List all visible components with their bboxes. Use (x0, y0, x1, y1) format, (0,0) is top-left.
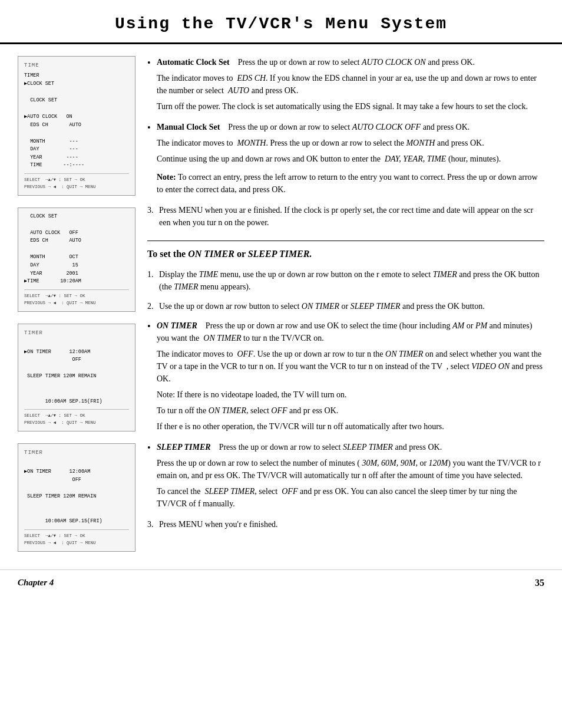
page-number: 35 (535, 576, 544, 590)
screen1-time: TIME --:---- (24, 162, 129, 170)
on-timer-para3: To tur n off the ON TIMER, select OFF an… (157, 404, 544, 417)
screen2-footer: SELECT →▲/▼ : SET → OK PREVIOUS → ◀ : QU… (24, 289, 129, 307)
screen2-edsch: EDS CH AUTO (24, 237, 129, 245)
on-timer-para1: Press the up or down ar row and use OK t… (157, 321, 532, 342)
section-heading-text: To set the ON TIMER or SLEEP TIMER. (147, 249, 312, 259)
auto-clock-para3: Turn off the power. The clock is set aut… (157, 100, 544, 113)
timer-final-step: 3. Press MENU when you'r e finished. (147, 518, 544, 531)
right-column: Automatic Clock Set Press the up or down… (147, 56, 544, 552)
timer-step-1: 1. Display the TIME menu, use the up or … (147, 268, 544, 293)
screen4-footer: SELECT →▲/▼ : SET → OK PREVIOUS → ◀ : QU… (24, 529, 129, 546)
timer-final-step-num: 3. (147, 518, 154, 531)
screen3-title: TIMER (24, 329, 129, 337)
screen1-day: DAY --- (24, 146, 129, 154)
page-title: Using the TV/VCR's Menu System (24, 12, 538, 37)
sleep-timer-para3: To cancel the SLEEP TIMER, select OFF an… (157, 485, 544, 510)
timer-final-step-text: Press MENU when you'r e finished. (159, 520, 278, 529)
screen1-autoclk: ▶AUTO CLOCK ON (24, 113, 129, 121)
screen3-ontimer: ▶ON TIMER 12:00AM (24, 348, 129, 357)
screen1-month: MONTH --- (24, 138, 129, 146)
manual-clock-para1: Press the up or down ar row to select AU… (228, 123, 470, 131)
on-timer-para4: If ther e is no other operation, the TV/… (157, 420, 544, 433)
on-timer-label: ON TIMER (157, 321, 197, 330)
screen-box-3: TIMER ▶ON TIMER 12:00AM OFF SLEEP TIMER … (18, 324, 135, 431)
screen2-month: MONTH OCT (24, 253, 129, 262)
section-heading-timer: To set the ON TIMER or SLEEP TIMER. (147, 241, 544, 261)
on-timer-note: Note: If there is no videotape loaded, t… (157, 388, 544, 401)
screen1-clockset: ▶CLOCK SET (24, 80, 129, 88)
screen-box-4: TIMER ▶ON TIMER 12:00AM OFF SLEEP TIMER … (18, 443, 135, 551)
manual-clock-para3: Continue using the up and down ar rows a… (157, 153, 544, 165)
sleep-timer-para2: Press the up or down ar row to select th… (157, 457, 544, 482)
screen2-autoclk: AUTO CLOCK OFF (24, 229, 129, 238)
screen1-footer: SELECT →▲/▼ : SET → OK PREVIOUS → ◀ : QU… (24, 173, 129, 190)
screen3-time: 10:00AM SEP.15(FRI) (24, 398, 129, 406)
timer-step-2-text: Use the up or down ar row button to sele… (159, 302, 485, 311)
on-timer-heading: ON TIMER Press the up or down ar row and… (157, 319, 544, 344)
screen2-day: DAY 15 (24, 262, 129, 270)
screen-box-1: TIME TIMER ▶CLOCK SET CLOCK SET ▶AUTO CL… (18, 56, 135, 196)
screen1-title: TIME (24, 61, 129, 70)
sleep-timer-para1: Press the up or down ar row to select SL… (219, 443, 442, 452)
bullet-sleep-timer: SLEEP TIMER Press the up or down ar row … (147, 441, 544, 510)
numbered-item-3: 3. Press MENU when you ar e finished. If… (147, 204, 544, 229)
screen4-sleep: SLEEP TIMER 120M REMAIN (24, 493, 129, 501)
screen-box-2: CLOCK SET AUTO CLOCK OFF EDS CH AUTO MON… (18, 207, 135, 312)
sleep-timer-label: SLEEP TIMER (157, 443, 211, 452)
bullet-manual-clock-set: Manual Clock Set Press the up or down ar… (147, 121, 544, 196)
screen3-sleep: SLEEP TIMER 120M REMAIN (24, 373, 129, 381)
screen3-off: OFF (24, 356, 129, 364)
bullet-on-timer: ON TIMER Press the up or down ar row and… (147, 319, 544, 433)
left-column: TIME TIMER ▶CLOCK SET CLOCK SET ▶AUTO CL… (18, 56, 135, 552)
main-content: TIME TIMER ▶CLOCK SET CLOCK SET ▶AUTO CL… (0, 56, 562, 552)
note-text: Note: To correct an entry, press the lef… (157, 171, 544, 196)
auto-clock-label: Automatic Clock Set (157, 58, 230, 67)
auto-clock-para1: Press the up or down ar row to select AU… (238, 58, 475, 67)
numbered-item-3-text: Press MENU when you ar e finished. If th… (159, 206, 533, 227)
timer-step-1-num: 1. (147, 268, 154, 281)
manual-clock-heading: Manual Clock Set Press the up or down ar… (157, 121, 544, 133)
screen1-year: YEAR ---- (24, 154, 129, 162)
chapter-label: Chapter 4 (18, 576, 54, 589)
auto-clock-para2: The indicator moves to EDS CH. If you kn… (157, 72, 544, 97)
bullet-automatic-clock-set: Automatic Clock Set Press the up or down… (147, 56, 544, 113)
timer-step-2-num: 2. (147, 300, 154, 312)
manual-clock-para2: The indicator moves to MONTH. Press the … (157, 137, 544, 149)
timer-step-1-text: Display the TIME menu, use the up or dow… (159, 270, 539, 291)
auto-clock-heading: Automatic Clock Set Press the up or down… (157, 56, 544, 68)
screen1-line: TIMER (24, 72, 129, 80)
screen2-time: ▶TIME 10:20AM (24, 278, 129, 286)
numbered-item-3-num: 3. (147, 204, 154, 216)
manual-clock-label: Manual Clock Set (157, 123, 220, 131)
screen1-edsch: EDS CH AUTO (24, 121, 129, 130)
screen4-time: 10:00AM SEP.15(FRI) (24, 518, 129, 526)
screen4-off: OFF (24, 476, 129, 485)
page-header: Using the TV/VCR's Menu System (0, 0, 562, 44)
screen3-footer: SELECT →▲/▼ : SET → OK PREVIOUS → ◀ : QU… (24, 409, 129, 426)
timer-step-2: 2. Use the up or down ar row button to s… (147, 300, 544, 312)
screen4-ontimer: ▶ON TIMER 12:00AM (24, 468, 129, 476)
screen1-clockset2: CLOCK SET (24, 97, 129, 105)
manual-clock-note: Note: To correct an entry, press the lef… (157, 171, 544, 196)
screen4-title: TIMER (24, 449, 129, 457)
on-timer-para2: The indicator moves to OFF. Use the up o… (157, 348, 544, 385)
page-footer: Chapter 4 35 (0, 569, 562, 596)
sleep-timer-heading: SLEEP TIMER Press the up or down ar row … (157, 441, 544, 453)
screen2-clockset: CLOCK SET (24, 213, 129, 221)
screen2-year: YEAR 2001 (24, 270, 129, 278)
